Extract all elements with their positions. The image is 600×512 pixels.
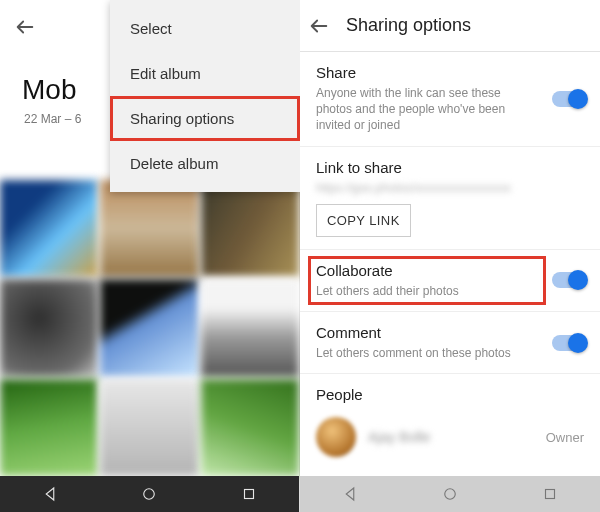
photo-thumb[interactable]: [201, 279, 299, 376]
back-arrow-icon: [14, 16, 36, 38]
nav-home-icon[interactable]: [140, 485, 158, 503]
collaborate-subtitle: Let others add their photos: [316, 283, 584, 299]
back-arrow-icon: [308, 15, 330, 37]
link-title: Link to share: [316, 159, 584, 176]
sharing-options-screen: Sharing options Share Anyone with the li…: [300, 0, 600, 512]
back-button[interactable]: [14, 16, 36, 38]
photo-thumb[interactable]: [0, 279, 98, 376]
person-name: Ajay Bolle: [368, 429, 534, 445]
menu-item-sharing-options[interactable]: Sharing options: [110, 96, 300, 141]
people-title: People: [316, 386, 584, 403]
collaborate-title: Collaborate: [316, 262, 584, 279]
photo-thumb[interactable]: [201, 379, 299, 476]
svg-point-0: [144, 489, 155, 500]
collaborate-section: Collaborate Let others add their photos: [300, 250, 600, 312]
photo-thumb[interactable]: [0, 180, 98, 277]
nav-back-icon[interactable]: [341, 485, 359, 503]
menu-item-delete-album[interactable]: Delete album: [110, 141, 300, 186]
photo-thumb[interactable]: [100, 279, 198, 376]
android-nav-bar: [300, 476, 600, 512]
share-section: Share Anyone with the link can see these…: [300, 52, 600, 147]
photo-thumb[interactable]: [100, 379, 198, 476]
comment-title: Comment: [316, 324, 584, 341]
copy-link-button[interactable]: COPY LINK: [316, 204, 411, 237]
share-title: Share: [316, 64, 584, 81]
nav-home-icon[interactable]: [441, 485, 459, 503]
menu-item-select[interactable]: Select: [110, 6, 300, 51]
person-role: Owner: [546, 430, 584, 445]
toggle-knob: [568, 333, 588, 353]
photo-grid: [0, 180, 299, 476]
people-row[interactable]: Ajay Bolle Owner: [316, 417, 584, 457]
page-header: Sharing options: [300, 0, 600, 52]
comment-section: Comment Let others comment on these phot…: [300, 312, 600, 374]
album-screen: Mob 22 Mar – 6 Select Edit album Sharing…: [0, 0, 300, 512]
link-section: Link to share https://goo.photos/xxxxxxx…: [300, 147, 600, 250]
people-section: People Ajay Bolle Owner: [300, 374, 600, 457]
toggle-knob: [568, 270, 588, 290]
comment-subtitle: Let others comment on these photos: [316, 345, 584, 361]
svg-point-2: [445, 489, 456, 500]
svg-rect-1: [245, 490, 254, 499]
nav-recent-icon[interactable]: [541, 485, 559, 503]
overflow-menu: Select Edit album Sharing options Delete…: [110, 0, 300, 192]
share-subtitle: Anyone with the link can see these photo…: [316, 85, 584, 134]
album-date-range: 22 Mar – 6: [24, 112, 81, 126]
back-button[interactable]: [308, 15, 330, 37]
photo-thumb[interactable]: [201, 180, 299, 277]
nav-back-icon[interactable]: [41, 485, 59, 503]
link-url: https://goo.photos/xxxxxxxxxxxxxxxx: [316, 180, 584, 196]
menu-item-edit-album[interactable]: Edit album: [110, 51, 300, 96]
album-title: Mob: [22, 74, 76, 106]
comment-toggle[interactable]: [552, 335, 586, 351]
nav-recent-icon[interactable]: [240, 485, 258, 503]
avatar: [316, 417, 356, 457]
android-nav-bar: [0, 476, 299, 512]
photo-thumb[interactable]: [0, 379, 98, 476]
photo-thumb[interactable]: [100, 180, 198, 277]
collaborate-toggle[interactable]: [552, 272, 586, 288]
toggle-knob: [568, 89, 588, 109]
share-toggle[interactable]: [552, 91, 586, 107]
svg-rect-3: [546, 490, 555, 499]
page-title: Sharing options: [346, 15, 471, 36]
